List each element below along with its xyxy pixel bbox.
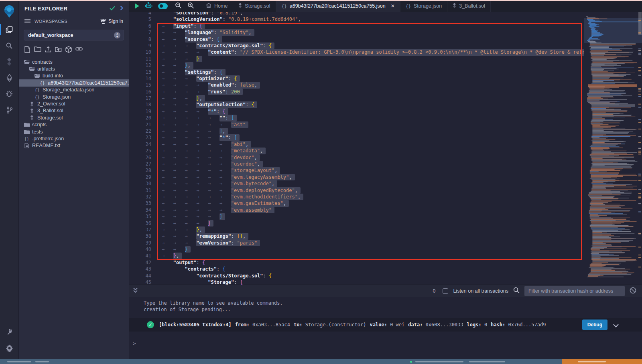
status-alert-badge[interactable] bbox=[562, 359, 642, 364]
code-line[interactable]: 21→→→→→→"ast" bbox=[129, 121, 584, 128]
code-line[interactable]: 12→→}, bbox=[129, 62, 584, 69]
file-tree-item[interactable]: artifacts bbox=[19, 65, 129, 72]
code-line[interactable]: 35→→→→→] bbox=[129, 213, 584, 220]
workspace-select[interactable]: default_workspace ▲▼ bbox=[24, 30, 124, 40]
code-line[interactable]: 5"solcLongVersion": "0.8.19+commit.7dd6d… bbox=[129, 16, 584, 22]
new-file-icon[interactable] bbox=[24, 46, 30, 55]
file-tree-item[interactable]: {}Storage.json bbox=[19, 93, 129, 100]
sidebar-item-settings[interactable] bbox=[0, 340, 19, 356]
code-line[interactable]: 40→→} bbox=[129, 246, 584, 253]
code-line[interactable]: 45"Storage": { bbox=[129, 279, 584, 285]
code-line[interactable]: 23→→→→→"*": [ bbox=[129, 134, 584, 141]
code-line[interactable]: 11→→→} bbox=[129, 56, 584, 62]
file-tree-item[interactable]: README.txt bbox=[19, 142, 129, 149]
code-line[interactable]: 36→→→→} bbox=[129, 220, 584, 226]
code-line[interactable]: 22→→→→→], bbox=[129, 128, 584, 134]
ai-copilot-toggle[interactable] bbox=[158, 3, 168, 9]
code-line[interactable]: 17→→→}, bbox=[129, 95, 584, 101]
code-line[interactable]: 24→→→→→→"abi", bbox=[129, 141, 584, 148]
code-line[interactable]: 8→→"sources": { bbox=[129, 36, 584, 42]
file-tree-item[interactable]: {}Storage_metadata.json bbox=[19, 87, 129, 93]
code-line[interactable]: 10→→→→"content": "// SPDX-License-Identi… bbox=[129, 49, 584, 55]
editor-minimap[interactable] bbox=[584, 12, 642, 285]
code-line[interactable]: 16→→→→"runs": 200 bbox=[129, 89, 584, 95]
sidebar-item-search[interactable] bbox=[0, 38, 19, 54]
zoom-out-icon[interactable] bbox=[175, 2, 182, 10]
sidebar-item-debugger[interactable] bbox=[0, 86, 19, 102]
sidebar-item-solidity-compiler[interactable] bbox=[0, 54, 19, 70]
code-line[interactable]: 38→→→"remappings": [], bbox=[129, 233, 584, 239]
publish-to-gist-icon[interactable] bbox=[65, 46, 72, 55]
code-line[interactable]: 7→→"language": "Solidity", bbox=[129, 29, 584, 36]
transaction-filter-input[interactable] bbox=[524, 286, 625, 296]
sidebar-item-deploy-run[interactable] bbox=[0, 70, 19, 86]
code-line[interactable]: 13→→"settings": { bbox=[129, 69, 584, 75]
code-line[interactable]: 14→→→"optimizer": { bbox=[129, 75, 584, 82]
code-line[interactable]: 34→→→→→→"evm.assembly" bbox=[129, 207, 584, 213]
code-line[interactable]: 19→→→→"*": { bbox=[129, 108, 584, 115]
close-tab-icon[interactable]: ✕ bbox=[391, 3, 395, 9]
zoom-in-icon[interactable] bbox=[187, 2, 194, 10]
sidebar-item-file-explorer[interactable] bbox=[0, 22, 19, 38]
file-tree-item[interactable]: build-info bbox=[19, 73, 129, 79]
run-script-icon[interactable] bbox=[135, 3, 139, 9]
ai-assistant-icon[interactable] bbox=[145, 2, 152, 10]
upload-folder-icon[interactable] bbox=[55, 46, 62, 55]
code-line[interactable]: 41→}, bbox=[129, 253, 584, 259]
debug-button[interactable]: Debug bbox=[582, 320, 607, 330]
workspaces-menu-icon[interactable] bbox=[24, 18, 30, 25]
code-line[interactable]: 31→→→→→→"evm.deployedBytecode", bbox=[129, 187, 584, 194]
sign-in-button[interactable]: Sign in bbox=[100, 18, 123, 24]
code-line[interactable]: 29→→→→→→"evm.legacyAssembly", bbox=[129, 174, 584, 180]
code-line[interactable]: 20→→→→→"": [ bbox=[129, 115, 584, 121]
code-line[interactable]: 42"output": { bbox=[129, 259, 584, 266]
code-line[interactable]: 4"solcVersion": "0.8.19", bbox=[129, 12, 584, 16]
file-name: Storage.sol bbox=[37, 115, 63, 121]
code-line[interactable]: 30→→→→→→"evm.bytecode", bbox=[129, 180, 584, 187]
file-tree-item[interactable]: {}a69b43f277ba20fcac141151250ca7... bbox=[19, 79, 129, 86]
line-number: 36 bbox=[129, 220, 151, 226]
sidebar-item-plugin-manager[interactable] bbox=[0, 324, 19, 340]
sidebar-item-git[interactable] bbox=[0, 102, 19, 118]
code-line[interactable]: 39→→→"evmVersion": "paris" bbox=[129, 240, 584, 246]
code-line[interactable]: 32→→→→→→"evm.methodIdentifiers", bbox=[129, 194, 584, 200]
code-line[interactable]: 43"contracts": { bbox=[129, 266, 584, 272]
tab-home[interactable]: Home bbox=[201, 0, 233, 12]
chevron-right-icon[interactable] bbox=[120, 5, 123, 12]
upload-file-icon[interactable] bbox=[45, 46, 51, 55]
file-tree-item[interactable]: Storage.sol bbox=[19, 114, 129, 121]
tab-3-ballot-sol[interactable]: 3_Ballot.sol bbox=[447, 0, 491, 12]
new-folder-icon[interactable] bbox=[34, 46, 41, 55]
tab-storage-sol[interactable]: Storage.sol bbox=[233, 0, 276, 12]
code-line[interactable]: 27→→→→→→"userdoc", bbox=[129, 161, 584, 167]
link-icon[interactable] bbox=[75, 46, 83, 55]
folder-icon bbox=[24, 60, 30, 65]
code-line[interactable]: 9→→→"contracts/Storage.sol": { bbox=[129, 42, 584, 49]
code-line[interactable]: 28→→→→→→"storageLayout", bbox=[129, 167, 584, 174]
clear-console-icon[interactable] bbox=[630, 287, 636, 295]
code-line[interactable]: 15→→→→"enabled": false, bbox=[129, 82, 584, 88]
listen-all-checkbox[interactable] bbox=[443, 288, 448, 294]
file-tree-item[interactable]: 2_Owner.sol bbox=[19, 100, 129, 107]
file-tree-item[interactable]: tests bbox=[19, 128, 129, 135]
remix-logo-icon[interactable] bbox=[0, 1, 19, 22]
chevron-down-icon[interactable] bbox=[613, 322, 619, 329]
code-line[interactable]: 33→→→→→→"evm.gasEstimates", bbox=[129, 200, 584, 206]
code-line[interactable]: 6→"input": { bbox=[129, 23, 584, 29]
tab-storage-json[interactable]: {}Storage.json bbox=[400, 0, 447, 12]
code-line[interactable]: 37→→→}, bbox=[129, 226, 584, 233]
line-number: 11 bbox=[129, 56, 151, 62]
file-tree-item[interactable]: {}.prettierrc.json bbox=[19, 135, 129, 142]
file-tree-item[interactable]: scripts bbox=[19, 121, 129, 128]
code-line[interactable]: 18→→→"outputSelection": { bbox=[129, 101, 584, 108]
tab-a69b43f277ba20fcac141151250ca755-json[interactable]: {}a69b43f277ba20fcac141151250ca755.json✕ bbox=[276, 0, 400, 12]
collapse-terminal-icon[interactable] bbox=[133, 287, 138, 295]
file-tree-item[interactable]: contracts bbox=[19, 59, 129, 65]
terminal-prompt[interactable]: > bbox=[133, 340, 136, 346]
code-editor[interactable]: 4"solcVersion": "0.8.19",5"solcLongVersi… bbox=[129, 12, 642, 285]
code-line[interactable]: 25→→→→→→"metadata", bbox=[129, 148, 584, 154]
code-line[interactable]: 26→→→→→→"devdoc", bbox=[129, 154, 584, 161]
transaction-log-row[interactable]: ✓ [block:5583405 txIndex:4]from: 0xa03..… bbox=[129, 318, 642, 332]
file-tree-item[interactable]: 3_Ballot.sol bbox=[19, 107, 129, 114]
code-line[interactable]: 44"contracts/Storage.sol": { bbox=[129, 273, 584, 279]
